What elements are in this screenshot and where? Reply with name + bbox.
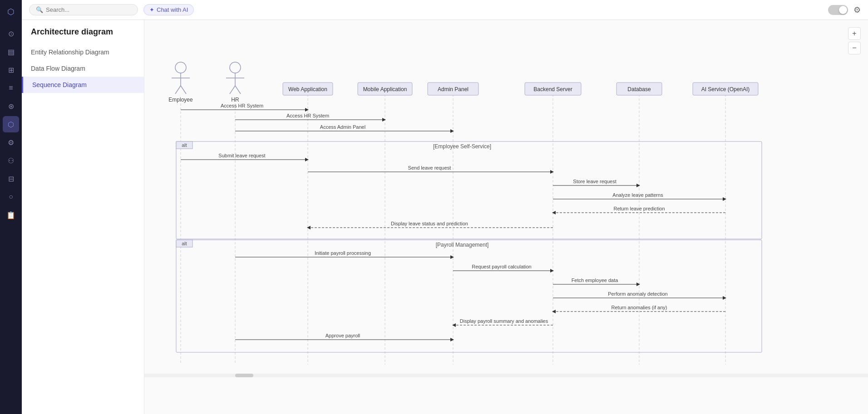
svg-text:Backend Server: Backend Server (533, 86, 572, 93)
search-box[interactable]: 🔍 (29, 4, 138, 15)
svg-text:Access Admin Panel: Access Admin Panel (320, 124, 365, 130)
svg-line-11 (175, 86, 181, 94)
svg-point-14 (230, 62, 241, 73)
top-bar: 🔍 ✦ Chat with AI ⚙ (22, 0, 868, 20)
svg-marker-50 (305, 158, 309, 161)
tag-icon[interactable]: ⊛ (3, 98, 19, 114)
sparkle-icon: ✦ (149, 6, 154, 13)
svg-marker-56 (636, 184, 640, 187)
people-icon[interactable]: ⚇ (3, 152, 19, 169)
diagram-area[interactable]: + − Em (144, 20, 868, 414)
top-bar-right: ⚙ (828, 5, 861, 15)
zoom-out-button[interactable]: − (848, 42, 861, 54)
svg-text:Fetch employee data: Fetch employee data (572, 278, 619, 283)
svg-text:alt: alt (182, 142, 187, 148)
svg-marker-62 (552, 211, 556, 214)
svg-text:AI Service (OpenAI): AI Service (OpenAI) (701, 86, 750, 93)
zoom-in-button[interactable]: + (848, 27, 861, 40)
search-icon: 🔍 (36, 6, 43, 13)
svg-rect-36 (176, 240, 762, 352)
svg-text:Return leave prediction: Return leave prediction (613, 206, 665, 211)
svg-text:[Payroll Management]: [Payroll Management] (436, 242, 489, 248)
sidebar-item-erd[interactable]: Entity Relationship Diagram (22, 44, 144, 60)
svg-point-8 (175, 62, 186, 73)
svg-text:Web Application: Web Application (288, 86, 327, 93)
sidebar-title: Architecture diagram (22, 27, 144, 44)
svg-text:Database: Database (627, 86, 651, 93)
diagram-icon[interactable]: ⬡ (3, 116, 19, 132)
svg-text:Request payroll calculation: Request payroll calculation (472, 264, 531, 269)
svg-marker-83 (452, 323, 456, 327)
sequence-diagram: Employee HR Web Application Mobile Appli… (144, 20, 803, 374)
svg-line-17 (230, 86, 235, 94)
svg-text:[Employee Self-Service]: [Employee Self-Service] (433, 143, 491, 150)
svg-marker-47 (450, 129, 454, 133)
svg-text:Perform anomaly detection: Perform anomaly detection (608, 291, 667, 297)
app-logo[interactable]: ⬡ (3, 4, 19, 20)
home-icon[interactable]: ⊙ (3, 25, 19, 42)
svg-marker-86 (450, 338, 454, 341)
search-input[interactable] (46, 6, 118, 13)
svg-text:Employee: Employee (168, 97, 193, 103)
svg-text:HR: HR (231, 97, 239, 103)
clipboard-icon[interactable]: 📋 (3, 207, 19, 223)
content-area: Architecture diagram Entity Relationship… (22, 20, 868, 414)
svg-marker-44 (382, 118, 386, 122)
svg-text:Display leave status and predi: Display leave status and prediction (391, 221, 468, 226)
zoom-controls: + − (848, 27, 861, 54)
svg-marker-71 (550, 269, 554, 273)
svg-line-18 (235, 86, 241, 94)
svg-text:Analyze leave patterns: Analyze leave patterns (612, 192, 663, 198)
svg-marker-77 (723, 296, 726, 300)
icon-bar: ⬡ ⊙ ▤ ⊞ ≡ ⊛ ⬡ ⚙ ⚇ ⊟ ○ 📋 (0, 0, 22, 414)
chat-ai-button[interactable]: ✦ Chat with AI (143, 4, 194, 15)
sidebar: Architecture diagram Entity Relationship… (22, 20, 144, 414)
sidebar-item-dfd[interactable]: Data Flow Diagram (22, 60, 144, 77)
chat-ai-label: Chat with AI (157, 6, 188, 13)
svg-text:Approve payroll: Approve payroll (326, 333, 360, 338)
svg-text:Admin Panel: Admin Panel (438, 86, 469, 93)
person-icon[interactable]: ○ (3, 189, 19, 205)
svg-text:Display payroll summary and an: Display payroll summary and anomalies (460, 318, 548, 324)
org-icon[interactable]: ⊟ (3, 170, 19, 187)
svg-text:Access HR System: Access HR System (221, 103, 263, 108)
svg-text:alt: alt (182, 241, 187, 246)
svg-text:Access HR System: Access HR System (286, 113, 329, 118)
grid-icon[interactable]: ⊞ (3, 62, 19, 78)
svg-marker-68 (450, 255, 454, 259)
svg-text:Initiate payroll processing: Initiate payroll processing (315, 250, 371, 256)
svg-text:Send leave request: Send leave request (408, 165, 451, 170)
svg-marker-80 (552, 310, 556, 313)
svg-text:Return anomalies (if any): Return anomalies (if any) (612, 305, 667, 310)
settings-icon[interactable]: ⚙ (3, 134, 19, 151)
svg-marker-59 (723, 197, 726, 201)
svg-marker-65 (307, 226, 311, 229)
document-icon[interactable]: ▤ (3, 44, 19, 60)
theme-toggle[interactable] (828, 5, 848, 15)
list-icon[interactable]: ≡ (3, 80, 19, 96)
svg-text:Store leave request: Store leave request (573, 179, 616, 184)
main-area: 🔍 ✦ Chat with AI ⚙ Architecture diagram … (22, 0, 868, 414)
svg-text:Mobile Application: Mobile Application (363, 86, 407, 93)
settings-gear-icon[interactable]: ⚙ (853, 5, 861, 15)
svg-marker-53 (550, 170, 554, 174)
svg-marker-41 (305, 108, 309, 112)
sidebar-item-seq[interactable]: Sequence Diagram (22, 77, 144, 93)
svg-text:Submit leave request: Submit leave request (218, 153, 265, 158)
scrollbar-area[interactable] (144, 374, 868, 377)
svg-marker-74 (636, 282, 640, 286)
svg-line-12 (181, 86, 186, 94)
scrollbar-thumb[interactable] (235, 374, 253, 377)
